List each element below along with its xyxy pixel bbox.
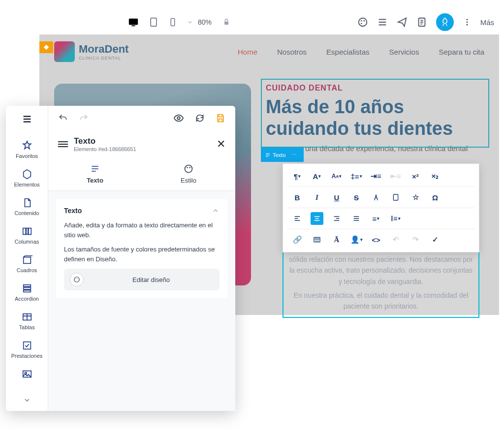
align-center-button[interactable]	[311, 212, 323, 225]
logo-icon	[54, 41, 75, 62]
sidebar-item-tables[interactable]: Tablas	[6, 307, 48, 335]
sidebar-item-content[interactable]: Contenido	[6, 192, 48, 221]
preview-icon[interactable]	[173, 113, 184, 124]
confirm-button[interactable]: ✓	[429, 233, 441, 246]
nav-specialists[interactable]: Especialistas	[326, 48, 370, 56]
sidebar-item-favorites[interactable]: Favoritos	[6, 135, 48, 164]
send-icon[interactable]	[397, 17, 408, 28]
tab-style[interactable]: Estilo	[142, 158, 235, 190]
refresh-icon[interactable]	[195, 113, 205, 123]
paste-button[interactable]	[389, 191, 402, 204]
document-icon[interactable]	[416, 17, 427, 28]
subscript-button[interactable]: ×₂	[429, 170, 441, 183]
font-family-button[interactable]: A▾	[311, 170, 323, 183]
star-button[interactable]: ☆	[409, 191, 422, 204]
nav-home[interactable]: Home	[238, 48, 257, 56]
superscript-button[interactable]: ×²	[409, 170, 422, 183]
line-height-button[interactable]: ‡≡▾	[350, 170, 363, 183]
svg-rect-1	[131, 25, 135, 26]
close-icon[interactable]: ✕	[217, 138, 225, 151]
underline-button[interactable]: U	[330, 191, 343, 204]
editor-top-actions	[48, 106, 235, 130]
nav-services[interactable]: Servicios	[389, 48, 419, 56]
redo-button[interactable]: ↷	[409, 233, 422, 246]
align-justify-button[interactable]	[350, 212, 363, 225]
svg-point-7	[363, 20, 365, 22]
text-color-button[interactable]	[370, 191, 382, 204]
eyebrow-text[interactable]: CUIDADO DENTAL	[266, 84, 484, 93]
svg-rect-23	[23, 342, 31, 349]
nav-about[interactable]: Nosotros	[277, 48, 307, 56]
code-button[interactable]: <>	[370, 233, 382, 246]
edit-design-button[interactable]: Editar diseño	[64, 269, 220, 290]
redo-icon[interactable]	[79, 113, 89, 123]
site-header: MoraDent CLÍNICA DENTAL Home Nosotros Es…	[39, 34, 499, 69]
paragraph-format-button[interactable]: ¶▾	[291, 170, 304, 183]
undo-icon[interactable]	[58, 113, 68, 123]
rich-text-toolbar: ¶▾ A▾ AA▾ ‡≡▾ ⇥≡ ⇤≡ ×² ×₂ B I U S ☆ Ω ≡▾…	[283, 163, 479, 252]
badge-menu-icon[interactable]: ⋯	[288, 150, 300, 160]
more-menu-icon[interactable]	[463, 18, 472, 27]
intro-text-partial: una década de experiencia, nuestra clíni…	[305, 144, 484, 153]
sidebar-item-image[interactable]	[6, 364, 48, 384]
strikethrough-button[interactable]: S	[350, 191, 363, 204]
tab-text[interactable]: Texto	[48, 158, 142, 190]
top-toolbar: 80% Más	[39, 10, 504, 34]
bullet-list-button[interactable]: ≡▾	[370, 212, 382, 225]
user-button[interactable]: 👤▾	[350, 233, 363, 246]
drag-handle-icon[interactable]	[58, 141, 68, 147]
sidebar-item-columns[interactable]: Columnas	[6, 221, 48, 250]
chevron-down-icon	[187, 19, 193, 25]
clear-format-button[interactable]: Ā	[330, 233, 343, 246]
indent-decrease-button[interactable]: ⇤≡	[389, 170, 402, 183]
save-icon[interactable]	[216, 113, 225, 123]
menu-icon[interactable]	[22, 114, 32, 126]
font-size-button[interactable]: AA▾	[330, 170, 343, 183]
sidebar-item-elements[interactable]: Elementos	[6, 164, 48, 192]
headline-text[interactable]: Más de 10 años cuidando tus dientes	[266, 96, 484, 139]
zoom-control[interactable]: 80%	[187, 18, 230, 26]
italic-button[interactable]: I	[311, 191, 323, 204]
svg-point-27	[185, 165, 192, 173]
sidebar-expand-icon[interactable]	[18, 391, 36, 411]
svg-point-29	[189, 167, 190, 168]
card-title: Texto	[64, 207, 82, 215]
lock-icon[interactable]	[222, 18, 230, 26]
number-list-button[interactable]: ⁞≡▾	[389, 212, 402, 225]
undo-button[interactable]: ↶	[389, 233, 402, 246]
list-icon[interactable]	[377, 17, 388, 28]
desktop-icon[interactable]	[128, 17, 139, 28]
nav-appointment[interactable]: Separa tu cita	[439, 48, 484, 56]
align-left-button[interactable]	[291, 212, 304, 225]
element-type-badge[interactable]: Texto ⋯	[261, 148, 304, 162]
editor-title: Texto	[74, 136, 136, 146]
svg-point-26	[177, 117, 180, 120]
editor-sidebar: Favoritos Elementos Contenido Columnas C…	[6, 106, 48, 411]
align-right-button[interactable]	[330, 212, 343, 225]
svg-point-30	[74, 277, 80, 282]
corner-badge[interactable]	[39, 41, 53, 53]
collapse-icon[interactable]	[212, 207, 220, 215]
sidebar-item-features[interactable]: Prestaciones	[6, 335, 48, 364]
more-label[interactable]: Más	[480, 18, 494, 27]
tablet-icon[interactable]	[149, 17, 158, 27]
svg-rect-17	[28, 228, 31, 235]
bold-button[interactable]: B	[291, 191, 304, 204]
table-button[interactable]	[311, 233, 323, 246]
mobile-icon[interactable]	[168, 18, 177, 27]
svg-point-12	[466, 24, 468, 26]
site-logo[interactable]: MoraDent CLÍNICA DENTAL	[54, 41, 128, 62]
palette-icon[interactable]	[357, 17, 368, 28]
svg-point-5	[358, 18, 367, 27]
link-button[interactable]: 🔗	[291, 233, 304, 246]
sidebar-item-boxes[interactable]: Cuadros	[6, 250, 48, 278]
publish-button[interactable]	[436, 13, 454, 31]
svg-point-6	[361, 20, 362, 22]
indent-increase-button[interactable]: ⇥≡	[370, 170, 382, 183]
special-char-button[interactable]: Ω	[429, 191, 441, 204]
sidebar-item-accordion[interactable]: Accordion	[6, 278, 48, 307]
editable-paragraph-2: En nuestra práctica, el cuidado dental y…	[288, 290, 473, 312]
svg-rect-20	[23, 287, 31, 289]
palette-icon	[70, 273, 84, 286]
zoom-value: 80%	[198, 18, 212, 26]
